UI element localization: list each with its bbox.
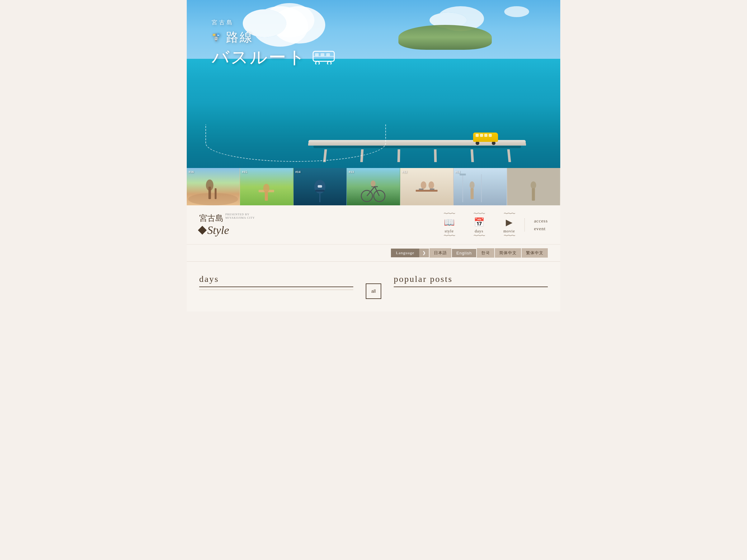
- lang-btn-japanese[interactable]: 日本語: [430, 248, 451, 258]
- thumb-num-12: #12: [402, 170, 407, 174]
- thumb-item-11[interactable]: #11: [454, 168, 507, 205]
- thumb-item-15[interactable]: #15: [240, 168, 293, 205]
- logo-kanji: 宮古島: [199, 213, 224, 224]
- svg-rect-29: [415, 190, 437, 192]
- thumb-item-13[interactable]: #13: [347, 168, 400, 205]
- svg-point-6: [328, 61, 331, 64]
- hero-title-part1: 路線: [226, 29, 253, 46]
- island-silhouette: [398, 25, 492, 50]
- svg-rect-11: [215, 188, 216, 199]
- lang-btn-traditional-chinese[interactable]: 繁体中文: [522, 248, 548, 258]
- nav-wave-top-movie: 〜〜〜: [504, 212, 515, 216]
- svg-rect-18: [318, 185, 322, 188]
- thumb-image-14: [293, 168, 346, 205]
- thumb-image-13: [347, 168, 400, 205]
- hero-section: 宮古島 🚏 路線 バスルート: [187, 0, 560, 168]
- svg-point-10: [206, 180, 213, 191]
- lang-btn-simplified-chinese[interactable]: 简体中文: [495, 248, 521, 258]
- thumb-image-16: [187, 168, 240, 205]
- svg-rect-39: [471, 188, 474, 199]
- svg-rect-33: [430, 189, 434, 190]
- thumb-num-13: #13: [349, 170, 354, 174]
- logo-style-text: Style: [207, 224, 229, 237]
- hero-text-block: 宮古島 🚏 路線 バスルート: [212, 19, 337, 70]
- thumb-num-15: #15: [242, 170, 247, 174]
- style-icon: 📖: [444, 217, 455, 228]
- thumbnail-strip: #16 #15: [187, 168, 560, 205]
- svg-point-30: [420, 181, 426, 189]
- days-icon: 📅: [474, 217, 485, 228]
- nav-icons-group: 〜〜〜 📖 style 〜〜〜 〜〜〜 📅 days 〜〜〜 〜〜〜 ▶ mov…: [434, 212, 548, 238]
- svg-rect-37: [460, 174, 466, 176]
- navbar: 宮古島 PRESENTED BY MIYAKOJIMA CITY Style 〜…: [187, 205, 560, 244]
- popular-title-line: [394, 287, 548, 287]
- thumb-num-11: #11: [455, 170, 460, 174]
- thumb-image-extra: [507, 168, 560, 205]
- popular-posts-title: popular posts: [394, 274, 548, 284]
- lang-btn-korean[interactable]: 한국: [477, 248, 494, 258]
- svg-point-41: [531, 181, 536, 189]
- svg-point-31: [428, 181, 434, 189]
- logo-miyakojima-city: MIYAKOJIMA CITY: [225, 216, 255, 219]
- language-label: Language: [391, 248, 419, 257]
- nav-wave-top-days: 〜〜〜: [473, 212, 485, 216]
- days-title-line: [199, 287, 353, 287]
- bus-vehicle: [473, 133, 498, 144]
- logo-presented-by: PRESENTED BY: [225, 213, 255, 216]
- svg-point-8: [188, 193, 238, 205]
- svg-point-38: [470, 181, 475, 189]
- thumb-image-12: [400, 168, 453, 205]
- svg-rect-42: [532, 188, 535, 201]
- hero-subtitle: 宮古島: [212, 19, 337, 26]
- popular-section: popular posts: [394, 274, 548, 299]
- svg-rect-32: [419, 189, 423, 190]
- svg-rect-3: [320, 53, 324, 56]
- thumb-item-14[interactable]: #14: [293, 168, 347, 205]
- days-title-line-thin: [199, 290, 353, 290]
- decorative-arc: [205, 125, 386, 162]
- nav-item-movie[interactable]: 〜〜〜 ▶ movie 〜〜〜: [494, 212, 524, 238]
- nav-label-style: style: [444, 229, 454, 234]
- nav-item-days[interactable]: 〜〜〜 📅 days 〜〜〜: [464, 212, 494, 238]
- logo-section: 宮古島 PRESENTED BY MIYAKOJIMA CITY Style: [199, 213, 255, 237]
- thumb-item-16[interactable]: #16: [187, 168, 240, 205]
- svg-point-14: [263, 184, 269, 193]
- logo-style-row: Style: [199, 224, 255, 237]
- lang-btn-english[interactable]: English: [452, 249, 476, 257]
- language-bar: Language ❯ 日本語 English 한국 简体中文 繁体中文: [187, 244, 560, 262]
- svg-rect-19: [315, 190, 325, 192]
- all-button-area: all: [366, 274, 381, 299]
- hero-title-main: バスルート: [212, 46, 306, 70]
- nav-links-group: access event: [524, 218, 548, 232]
- svg-point-5: [316, 61, 319, 64]
- logo-wrapper: 宮古島 PRESENTED BY MIYAKOJIMA CITY Style: [199, 213, 255, 237]
- nav-link-access[interactable]: access: [534, 218, 548, 224]
- thumb-image-15: [240, 168, 293, 205]
- svg-rect-28: [400, 168, 453, 205]
- all-button[interactable]: all: [366, 284, 381, 299]
- svg-rect-15: [265, 191, 268, 201]
- thumb-image-11: [454, 168, 507, 205]
- thumb-item-extra[interactable]: [507, 168, 560, 205]
- nav-wave-top-style: 〜〜〜: [443, 212, 455, 216]
- bus-outline-icon: [312, 51, 337, 64]
- movie-icon: ▶: [506, 217, 513, 228]
- nav-wave-bottom-days: 〜〜〜: [473, 234, 485, 238]
- days-section: days: [199, 274, 353, 299]
- nav-link-event[interactable]: event: [534, 226, 548, 232]
- svg-rect-4: [326, 53, 330, 56]
- nav-wave-bottom-movie: 〜〜〜: [504, 234, 515, 238]
- thumb-num-14: #14: [295, 170, 301, 174]
- svg-point-27: [371, 181, 376, 187]
- thumb-num-16: #16: [189, 170, 194, 174]
- cloud-3: [504, 6, 529, 17]
- nav-label-days: days: [475, 229, 483, 234]
- nav-label-movie: movie: [503, 229, 515, 234]
- nav-item-style[interactable]: 〜〜〜 📖 style 〜〜〜: [434, 212, 464, 238]
- nav-wave-bottom-style: 〜〜〜: [443, 234, 455, 238]
- logo-diamond-icon: [198, 226, 207, 235]
- days-title: days: [199, 274, 353, 284]
- thumb-item-12[interactable]: #12: [400, 168, 454, 205]
- bus-stop-icon: 🚏: [212, 33, 221, 42]
- language-arrow: ❯: [419, 248, 429, 257]
